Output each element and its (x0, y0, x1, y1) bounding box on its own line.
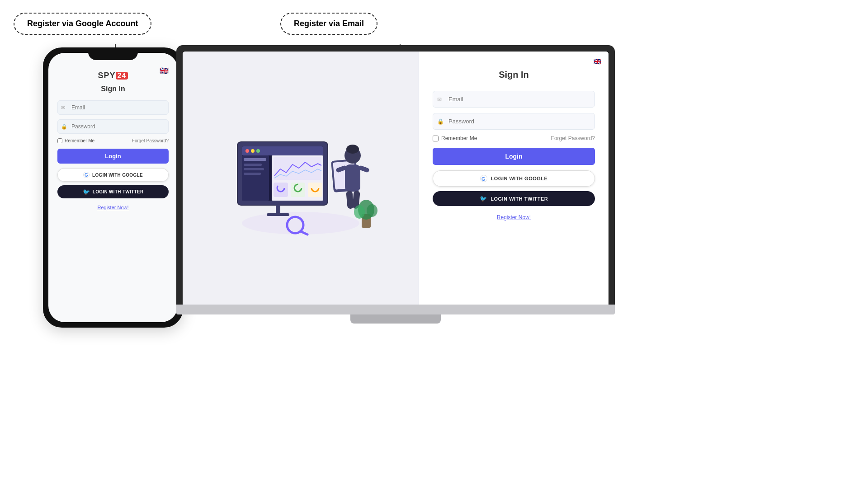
phone-remember-label[interactable]: Remember Me (57, 138, 94, 143)
laptop-lock-icon: 🔒 (437, 118, 444, 125)
lock-icon: 🔒 (61, 124, 67, 130)
laptop-remember-row: Remember Me Forget Password? (433, 135, 595, 141)
phone-flag-icon: 🇬🇧 (160, 66, 169, 75)
laptop-remember-label[interactable]: Remember Me (433, 135, 477, 141)
phone-screen: 🇬🇧 SPY24 Sign In ✉ 🔒 Remember Me Forget … (48, 53, 178, 322)
svg-point-43 (367, 204, 377, 217)
laptop-signin-title: Sign In (499, 70, 529, 80)
phone-password-input[interactable] (57, 119, 169, 134)
callout-google: Register via Google Account (14, 13, 151, 35)
laptop-password-group: 🔒 (433, 113, 595, 130)
laptop-mockup: 🇬🇧 Sign In ✉ 🔒 Remember Me Forget (176, 45, 615, 324)
svg-rect-18 (244, 173, 261, 175)
laptop-screen-wrapper: 🇬🇧 Sign In ✉ 🔒 Remember Me Forget (176, 45, 615, 305)
laptop-email-input[interactable] (433, 91, 595, 108)
svg-rect-22 (308, 183, 322, 197)
svg-rect-27 (267, 213, 289, 216)
laptop-email-group: ✉ (433, 91, 595, 108)
laptop-twitter-icon: 🐦 (480, 195, 487, 202)
dashboard-illustration (224, 115, 377, 241)
svg-point-36 (346, 145, 359, 154)
laptop-twitter-button[interactable]: 🐦 LOGIN WITH TWITTER (433, 191, 595, 206)
phone-mockup: 🇬🇧 SPY24 Sign In ✉ 🔒 Remember Me Forget … (43, 47, 183, 328)
phone-vol-up (43, 104, 43, 117)
svg-point-11 (251, 149, 255, 153)
phone-login-button[interactable]: Login (57, 149, 169, 164)
laptop-register-link[interactable]: Register Now! (497, 214, 531, 221)
laptop-google-button[interactable]: G LOGIN WITH GOOGLE (433, 170, 595, 187)
phone-password-group: 🔒 (57, 119, 169, 134)
phone-email-input[interactable] (57, 100, 169, 115)
svg-point-12 (256, 149, 260, 153)
phone-notch (88, 50, 138, 60)
phone-signin-title: Sign In (101, 85, 125, 93)
phone-remember-checkbox[interactable] (57, 138, 62, 143)
laptop-illustration-panel (183, 52, 419, 305)
laptop-base (176, 305, 615, 314)
phone-content: 🇬🇧 SPY24 Sign In ✉ 🔒 Remember Me Forget … (48, 53, 178, 219)
svg-rect-19 (274, 157, 321, 180)
laptop-signin-panel: 🇬🇧 Sign In ✉ 🔒 Remember Me Forget (419, 52, 609, 305)
svg-point-42 (354, 205, 365, 219)
laptop-screen: 🇬🇧 Sign In ✉ 🔒 Remember Me Forget (183, 52, 609, 305)
laptop-password-input[interactable] (433, 113, 595, 130)
laptop-email-icon: ✉ (437, 96, 442, 103)
callout-email: Register via Email (280, 13, 377, 35)
svg-rect-31 (345, 164, 360, 192)
phone-google-button[interactable]: G LOGIN WITH GOOGLE (57, 168, 169, 182)
phone-vol-down (43, 122, 43, 135)
laptop-remember-checkbox[interactable] (433, 136, 439, 141)
twitter-icon: 🐦 (83, 188, 90, 195)
svg-rect-16 (244, 164, 262, 166)
svg-rect-20 (274, 183, 288, 197)
email-icon: ✉ (61, 105, 65, 111)
laptop-stand (350, 314, 441, 324)
phone-forget-link[interactable]: Forget Password? (132, 138, 169, 143)
svg-rect-15 (244, 158, 266, 161)
google-icon: G (83, 172, 90, 178)
phone-register-link[interactable]: Register Now! (97, 205, 128, 210)
phone-logo: SPY24 (98, 71, 128, 80)
svg-rect-26 (276, 205, 280, 214)
laptop-google-icon: G (480, 175, 487, 182)
laptop-forget-link[interactable]: Forget Password? (551, 135, 595, 141)
svg-point-10 (245, 149, 249, 153)
phone-email-group: ✉ (57, 100, 169, 115)
laptop-flag-icon: 🇬🇧 (594, 58, 601, 65)
phone-remember-row: Remember Me Forget Password? (57, 138, 169, 143)
svg-rect-13 (242, 155, 269, 201)
phone-twitter-button[interactable]: 🐦 LOGIN WITH TWITTER (57, 185, 169, 198)
laptop-login-button[interactable]: Login (433, 148, 595, 165)
svg-rect-17 (244, 168, 264, 170)
